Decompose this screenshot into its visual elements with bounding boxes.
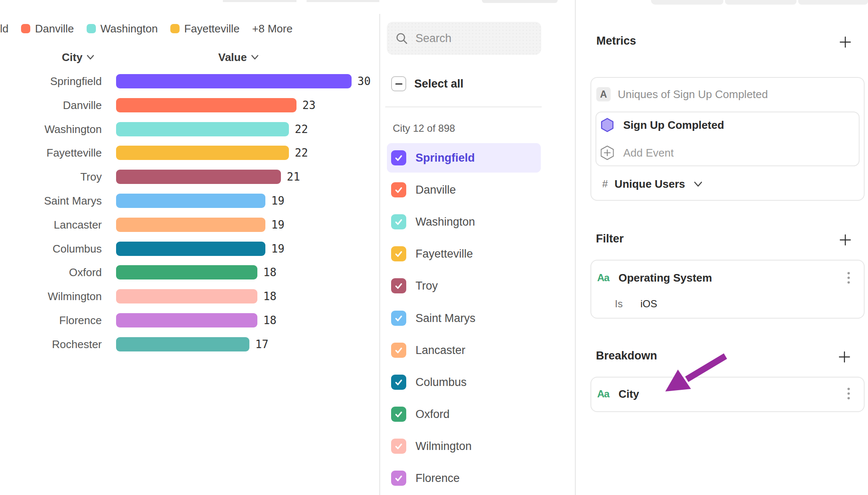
bar-value-label: 17 xyxy=(255,337,268,351)
breakdown-property-row[interactable]: Aa City xyxy=(597,387,639,401)
select-all-row[interactable]: Select all xyxy=(391,76,463,91)
city-list-item-label: Florence xyxy=(415,472,460,485)
add-filter-button[interactable] xyxy=(838,233,852,247)
city-checkbox[interactable] xyxy=(391,278,406,293)
legend-more[interactable]: +8 More xyxy=(252,22,293,35)
legend-item-label: Fayetteville xyxy=(184,22,240,35)
column-header-city[interactable]: City xyxy=(62,50,95,64)
check-icon xyxy=(394,153,403,162)
bar[interactable] xyxy=(116,146,289,160)
bar-category-label: Troy xyxy=(0,170,102,184)
city-list-item[interactable]: Florence xyxy=(387,463,541,493)
city-list-item-label: Columbus xyxy=(415,376,467,389)
legend-item-label: Danville xyxy=(35,22,74,35)
bar-category-label: Washington xyxy=(0,122,102,136)
aggregation-selector[interactable]: # Unique Users xyxy=(602,177,703,191)
chart-legend: ld DanvilleWashingtonFayetteville+8 More xyxy=(0,22,293,35)
bar[interactable] xyxy=(116,242,265,256)
bar-category-label: Wilmington xyxy=(0,289,102,303)
column-header-value[interactable]: Value xyxy=(218,50,259,64)
bar[interactable] xyxy=(116,337,249,351)
city-list-item-label: Washington xyxy=(415,216,475,229)
city-checkbox[interactable] xyxy=(391,343,406,358)
bar[interactable] xyxy=(116,170,281,184)
city-list-item[interactable]: Troy xyxy=(387,271,541,301)
city-checkbox[interactable] xyxy=(391,439,406,454)
legend-item[interactable]: Danville xyxy=(21,22,74,35)
bar-category-label: Florence xyxy=(0,313,102,327)
city-checkbox[interactable] xyxy=(391,471,406,486)
chevron-down-icon xyxy=(251,54,259,60)
chevron-down-icon xyxy=(693,181,703,187)
city-list-item[interactable]: Springfield xyxy=(387,143,541,173)
bar-category-label: Springfield xyxy=(0,74,102,88)
city-checkbox[interactable] xyxy=(391,246,406,261)
add-metric-button[interactable] xyxy=(838,35,852,49)
city-list-item-label: Springfield xyxy=(415,152,475,165)
bar[interactable] xyxy=(116,194,265,208)
city-checkbox[interactable] xyxy=(391,150,406,165)
metric-formula-badge: A xyxy=(596,87,611,101)
bar-category-label: Lancaster xyxy=(0,218,102,232)
bar[interactable] xyxy=(116,74,352,88)
tab-fragment[interactable] xyxy=(651,0,723,5)
city-list-item[interactable]: Danville xyxy=(387,175,541,205)
bar[interactable] xyxy=(116,122,289,136)
select-all-checkbox[interactable] xyxy=(391,76,406,91)
bar-category-label: Danville xyxy=(0,98,102,112)
filter-property-row[interactable]: Aa Operating System xyxy=(597,271,712,285)
city-checkbox[interactable] xyxy=(391,214,406,229)
add-event-row[interactable]: Add Event xyxy=(600,145,674,160)
add-event-icon xyxy=(600,145,614,160)
tab-fragment[interactable] xyxy=(798,0,868,5)
column-header-value-label: Value xyxy=(218,51,247,64)
city-checkbox[interactable] xyxy=(391,407,406,422)
legend-item[interactable]: Washington xyxy=(87,22,158,35)
segmented-tabs-fragment[interactable] xyxy=(651,0,868,5)
breakdown-section-title: Breakdown xyxy=(596,349,657,362)
city-list-item[interactable]: Fayetteville xyxy=(387,239,541,269)
city-list-item[interactable]: Saint Marys xyxy=(387,303,541,333)
city-list-item[interactable]: Oxford xyxy=(387,399,541,429)
legend-item-label: Washington xyxy=(101,22,158,35)
tab-fragment[interactable] xyxy=(725,0,797,5)
bar-value-label: 30 xyxy=(357,74,370,88)
city-checkbox[interactable] xyxy=(391,182,406,197)
indeterminate-minus-icon xyxy=(395,83,402,85)
legend-item-truncated[interactable]: ld xyxy=(0,22,8,35)
city-list-item[interactable]: Wilmington xyxy=(387,431,541,461)
filter-condition-row[interactable]: Is iOS xyxy=(615,298,657,310)
add-breakdown-button[interactable] xyxy=(837,350,852,364)
insights-report-view: ld DanvilleWashingtonFayetteville+8 More… xyxy=(0,0,868,495)
plus-icon xyxy=(839,234,851,246)
filter-value: iOS xyxy=(640,298,657,310)
breakdown-kebab-menu-icon[interactable] xyxy=(845,387,852,401)
bar[interactable] xyxy=(116,265,257,279)
event-row[interactable]: Sign Up Completed xyxy=(601,118,724,132)
legend-item[interactable]: Fayetteville xyxy=(170,22,240,35)
bar[interactable] xyxy=(116,98,296,112)
bar[interactable] xyxy=(116,218,265,232)
city-list-item-label: Saint Marys xyxy=(415,312,476,325)
bar-value-label: 19 xyxy=(271,242,284,256)
plus-icon xyxy=(839,351,850,363)
city-list-item-label: Oxford xyxy=(415,408,450,421)
city-checkbox[interactable] xyxy=(391,311,406,326)
breakdown-property-label: City xyxy=(619,388,639,401)
bar-value-label: 18 xyxy=(263,313,276,327)
event-label: Sign Up Completed xyxy=(623,119,724,132)
check-icon xyxy=(394,217,403,226)
check-icon xyxy=(394,249,403,258)
bar-category-label: Oxford xyxy=(0,265,102,279)
check-icon xyxy=(394,185,403,194)
city-list-item[interactable]: Washington xyxy=(387,207,541,237)
bar[interactable] xyxy=(116,289,257,303)
city-list-item-label: Wilmington xyxy=(415,440,472,453)
search-input[interactable] xyxy=(415,32,529,45)
city-list-item[interactable]: Lancaster xyxy=(387,335,541,365)
filter-kebab-menu-icon[interactable] xyxy=(845,271,852,285)
search-box[interactable] xyxy=(387,22,541,55)
bar[interactable] xyxy=(116,313,257,327)
city-checkbox[interactable] xyxy=(391,375,406,390)
city-list-item[interactable]: Columbus xyxy=(387,367,541,397)
